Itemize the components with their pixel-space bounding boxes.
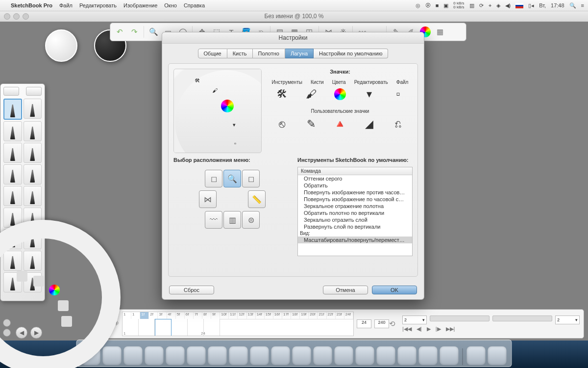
- pos-e[interactable]: 📏: [248, 190, 266, 208]
- dock-app-icon[interactable]: [250, 346, 269, 365]
- frame-tick[interactable]: 2f: [149, 312, 158, 319]
- brush-item[interactable]: [3, 186, 22, 206]
- spotlight-icon[interactable]: 🔍: [569, 2, 576, 9]
- menu-edit[interactable]: Редактировать: [79, 2, 117, 8]
- lagoon-edit-icon[interactable]: [58, 300, 69, 311]
- pos-ne[interactable]: ◻: [242, 170, 260, 187]
- sync-icon[interactable]: ⟳: [479, 2, 484, 9]
- brush-settings-icon[interactable]: [3, 87, 19, 96]
- command-row[interactable]: Оттенки серого: [298, 175, 412, 182]
- frame-tick[interactable]: 1f: [140, 312, 149, 319]
- dock-app-icon[interactable]: [271, 346, 290, 365]
- command-row[interactable]: Обратить полотно по вертикали: [298, 210, 412, 216]
- minimize-button[interactable]: [13, 13, 20, 20]
- user-icon-5[interactable]: ⎌: [391, 117, 405, 131]
- frame-tick[interactable]: 12f: [238, 312, 246, 319]
- user-icon-4[interactable]: ◢: [362, 117, 376, 131]
- pos-w[interactable]: ⋈: [199, 190, 217, 208]
- pos-s[interactable]: ▥: [223, 211, 241, 229]
- lagoon-tools-icon[interactable]: [17, 271, 27, 282]
- frame-tick[interactable]: 7f: [194, 312, 202, 319]
- tab-canvas[interactable]: Полотно: [253, 49, 285, 58]
- lagoon-prev-icon[interactable]: ◀: [16, 327, 27, 339]
- dock-app-icon[interactable]: [356, 346, 374, 365]
- pos-nw[interactable]: ◻: [205, 170, 222, 187]
- dock-app-icon[interactable]: [103, 346, 122, 365]
- lagoon-brush-icon[interactable]: [33, 276, 44, 287]
- pos-sw[interactable]: 〰: [205, 211, 222, 229]
- frame-tick[interactable]: 24f: [344, 312, 353, 319]
- lagoon-file-icon[interactable]: [61, 316, 72, 327]
- opacity-slider-1[interactable]: [430, 315, 490, 321]
- command-row[interactable]: Зеркальное отражение полотна: [298, 203, 412, 210]
- command-row[interactable]: Повернуть изображение по часовой стр...: [298, 196, 412, 203]
- brush-item[interactable]: [24, 99, 42, 119]
- lagoon-menu[interactable]: ◀ ▶: [0, 267, 74, 341]
- frame-tick[interactable]: 19f: [300, 312, 309, 319]
- command-list[interactable]: Команда Оттенки серогоОбратитьПовернуть …: [297, 167, 413, 256]
- frame-thumb[interactable]: [139, 319, 155, 336]
- close-button[interactable]: [4, 13, 10, 20]
- pos-n[interactable]: 🔍: [223, 170, 241, 187]
- pos-se[interactable]: ⊜: [242, 211, 260, 229]
- frame-tick[interactable]: 21f: [318, 312, 326, 319]
- tab-lagoon[interactable]: Лагуна: [285, 49, 314, 58]
- dock-app-icon[interactable]: [419, 346, 438, 365]
- command-row[interactable]: Зеркально отразить слой: [298, 216, 412, 223]
- command-row[interactable]: Повернуть изображение против часово...: [298, 189, 412, 196]
- menu-help[interactable]: Справка: [184, 2, 205, 8]
- last-frame-icon[interactable]: ▶▶|: [446, 326, 455, 332]
- folder-icon[interactable]: ■: [436, 2, 439, 8]
- dock-trash-icon[interactable]: [488, 346, 507, 365]
- reset-button[interactable]: Сброс: [169, 286, 214, 294]
- menu-image[interactable]: Изображение: [123, 2, 157, 8]
- apps-icon[interactable]: ▦: [435, 26, 445, 37]
- icon-tools[interactable]: 🛠: [275, 87, 290, 102]
- brush-library-icon[interactable]: [26, 87, 42, 96]
- dock-app-icon[interactable]: [398, 346, 416, 365]
- frame-thumb[interactable]: [155, 319, 172, 336]
- display-icon[interactable]: ▣: [443, 2, 448, 9]
- command-row[interactable]: Масштабировать/повернуть/перемести...: [298, 237, 412, 243]
- frame-tick[interactable]: 5f: [176, 312, 185, 319]
- wifi-icon[interactable]: ◈: [496, 2, 500, 9]
- spotlight2-icon[interactable]: ⦿: [425, 2, 431, 8]
- frame-tick[interactable]: 3f: [158, 312, 167, 319]
- command-row[interactable]: Обратить: [298, 182, 412, 189]
- lagoon-next-icon[interactable]: ▶: [30, 327, 42, 339]
- app-menu[interactable]: SketchBook Pro: [11, 2, 52, 8]
- tab-brush[interactable]: Кисть: [227, 49, 253, 58]
- dock-app-icon[interactable]: [335, 346, 353, 365]
- menu-file[interactable]: Файл: [59, 2, 73, 8]
- notification-icon[interactable]: ≡: [581, 2, 584, 8]
- onion-before[interactable]: 2▾: [402, 315, 427, 324]
- dock-app-icon[interactable]: [314, 346, 332, 365]
- user-icon-1[interactable]: ⎋: [275, 117, 290, 131]
- onion-after[interactable]: 2▾: [555, 315, 580, 324]
- zoom-icon[interactable]: 🔍: [148, 26, 159, 37]
- undo-icon[interactable]: ↶: [114, 26, 125, 37]
- frame-tick[interactable]: 14f: [256, 312, 265, 319]
- icon-colors[interactable]: [333, 87, 347, 102]
- redo-icon[interactable]: ↷: [129, 26, 140, 37]
- lagoon-dot[interactable]: [3, 319, 11, 327]
- frame-tick[interactable]: 15f: [265, 312, 273, 319]
- dock-app-icon[interactable]: [145, 346, 164, 365]
- zoom-button[interactable]: [23, 13, 29, 20]
- frame-tick[interactable]: 1: [131, 312, 140, 319]
- play-icon[interactable]: ▶: [427, 326, 431, 332]
- loop-icon[interactable]: ⟲: [389, 319, 395, 328]
- frame-tick[interactable]: 10f: [220, 312, 229, 319]
- frame-tick[interactable]: 18f: [291, 312, 300, 319]
- brush-item[interactable]: [24, 121, 42, 141]
- clock-time[interactable]: 17:48: [551, 2, 564, 8]
- input-flag-icon[interactable]: [515, 3, 523, 8]
- brush-item[interactable]: [3, 143, 22, 163]
- frame-count-1[interactable]: 24: [357, 319, 371, 328]
- battery-icon[interactable]: ▥: [469, 2, 474, 9]
- command-row[interactable]: Развернуть слой по вертикали: [298, 223, 412, 230]
- frame-tick[interactable]: 4f: [167, 312, 176, 319]
- brush-item[interactable]: [24, 164, 42, 184]
- icon-edit[interactable]: ▾: [362, 87, 376, 102]
- icon-brushes[interactable]: 🖌: [304, 87, 318, 102]
